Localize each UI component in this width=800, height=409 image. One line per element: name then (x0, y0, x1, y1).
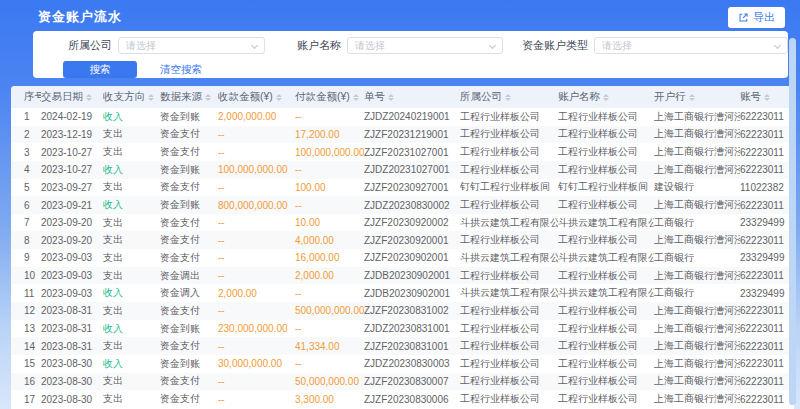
chevron-down-icon (774, 42, 781, 49)
cell-date: 2024-02-19 (41, 111, 103, 122)
cell-source: 资金支付 (160, 251, 218, 265)
column-header-bank[interactable]: 开户行 (654, 90, 740, 104)
vertical-scrollbar-thumb[interactable] (789, 38, 796, 405)
filter-label-company: 所属公司 (68, 38, 112, 53)
cell-date: 2023-08-30 (41, 358, 103, 369)
cell-source: 资金调出 (160, 269, 218, 283)
cell-bank: 上海工商银行漕河泾支行 (654, 322, 740, 336)
cell-source: 资金支付 (160, 304, 218, 318)
column-header-date[interactable]: 交易日期 (41, 90, 103, 104)
column-header-pay[interactable]: 付款金额(¥) (295, 90, 364, 104)
cell-pay: 10.00 (295, 217, 364, 228)
cell-number: 62223011 (740, 323, 794, 334)
cell-order: ZJZF20230920002 (364, 217, 460, 228)
cell-source: 资金调入 (160, 286, 218, 300)
cell-bank: 工商银行 (654, 286, 740, 300)
column-label: 数据来源 (160, 90, 202, 104)
column-header-order[interactable]: 单号 (364, 90, 460, 104)
select-placeholder: 请选择 (126, 39, 156, 53)
cell-account: 工程行业样板公司 (558, 110, 654, 124)
column-label: 账户名称 (558, 90, 600, 104)
cell-number: 23329499 (740, 288, 794, 299)
cell-direction: 收入 (103, 357, 160, 371)
column-header-company[interactable]: 所属公司 (460, 90, 558, 104)
cell-receive: -- (218, 305, 295, 316)
cell-pay: -- (295, 164, 364, 175)
cell-direction: 支出 (103, 339, 160, 353)
table-row: 162023-08-30支出资金支付--50,000,000.00ZJZF202… (11, 373, 794, 391)
column-header-account[interactable]: 账户名称 (558, 90, 654, 104)
cell-account: 斗拱云建筑工程有限公司 (558, 251, 654, 265)
cell-company: 工程行业样板公司 (460, 145, 558, 159)
cell-account: 工程行业样板公司 (558, 145, 654, 159)
cell-direction: 收入 (103, 198, 160, 212)
table-row: 42023-10-27收入资金到账100,000,000.00--ZJDZ202… (11, 161, 794, 179)
export-icon (738, 12, 749, 23)
account-type-select[interactable]: 请选择 (594, 37, 788, 54)
column-header-direction[interactable]: 收支方向 (103, 90, 160, 104)
filter-actions: 搜索 清空搜索 (63, 61, 788, 78)
cell-order: ZJZF20231219001 (364, 129, 460, 140)
cell-company: 斗拱云建筑工程有限公司 (460, 286, 558, 300)
cell-receive: -- (218, 376, 295, 387)
cell-order: ZJDB20230902001 (364, 288, 460, 299)
cell-receive: -- (218, 394, 295, 405)
cell-no: 11 (24, 288, 41, 299)
cell-pay: -- (295, 111, 364, 122)
cell-date: 2023-12-19 (41, 129, 103, 140)
table-row: 12024-02-19收入资金到账2,000,000.00--ZJDZ20240… (11, 108, 794, 126)
cell-order: ZJZF20230831002 (364, 305, 460, 316)
cell-order: ZJZF20230830007 (364, 376, 460, 387)
cell-account: 钉钉工程行业样板间 (558, 180, 654, 194)
cell-date: 2023-09-03 (41, 288, 103, 299)
cell-source: 资金支付 (160, 392, 218, 406)
table: 序号交易日期收支方向数据来源收款金额(¥)付款金额(¥)单号所属公司账户名称开户… (11, 86, 794, 409)
cell-pay: 100.00 (295, 182, 364, 193)
cell-bank: 上海工商银行漕河泾支行 (654, 163, 740, 177)
cell-no: 15 (24, 358, 41, 369)
clear-search-button[interactable]: 清空搜索 (160, 63, 202, 77)
table-row: 172023-08-30支出资金支付--3,300.00ZJZF20230830… (11, 390, 794, 408)
cell-number: 62223011 (740, 147, 794, 158)
cell-receive: -- (218, 235, 295, 246)
cell-order: ZJZF20230927001 (364, 182, 460, 193)
search-button[interactable]: 搜索 (63, 61, 137, 78)
cell-number: 62223011 (740, 341, 794, 352)
cell-order: ZJDZ20230830003 (364, 358, 460, 369)
cell-order: ZJZF20230920001 (364, 235, 460, 246)
cell-account: 工程行业样板公司 (558, 339, 654, 353)
cell-pay: 2,000.00 (295, 270, 364, 281)
cell-receive: 30,000,000.00 (218, 358, 295, 369)
cell-pay: -- (295, 323, 364, 334)
cell-company: 工程行业样板公司 (460, 127, 558, 141)
page-header: 资金账户流水 导出 (0, 0, 800, 30)
sort-icon (276, 94, 282, 101)
sort-icon (205, 94, 211, 101)
cell-pay: 4,000.00 (295, 235, 364, 246)
cell-direction: 支出 (103, 216, 160, 230)
cell-company: 工程行业样板公司 (460, 110, 558, 124)
cell-number: 62223011 (740, 164, 794, 175)
export-button[interactable]: 导出 (728, 7, 785, 28)
cell-direction: 支出 (103, 374, 160, 388)
cell-pay: 500,000,000.00 (295, 305, 364, 316)
column-header-source[interactable]: 数据来源 (160, 90, 218, 104)
cell-receive: 800,000,000.00 (218, 200, 295, 211)
cell-number: 62223011 (740, 394, 794, 405)
cell-pay: 3,300.00 (295, 394, 364, 405)
column-header-number[interactable]: 账号 (740, 90, 794, 104)
column-label: 收款金额(¥) (218, 90, 273, 104)
filter-label-account-type: 资金账户类型 (522, 38, 588, 53)
account-name-select[interactable]: 请选择 (347, 37, 503, 54)
company-select[interactable]: 请选择 (118, 37, 265, 54)
sort-icon (86, 94, 92, 101)
cell-no: 17 (24, 394, 41, 405)
table-row: 102023-09-03支出资金调出--2,000.00ZJDB20230902… (11, 267, 794, 285)
table-body: 12024-02-19收入资金到账2,000,000.00--ZJDZ20240… (11, 108, 794, 408)
cell-receive: -- (218, 252, 295, 263)
column-header-receive[interactable]: 收款金额(¥) (218, 90, 295, 104)
table-header-row: 序号交易日期收支方向数据来源收款金额(¥)付款金额(¥)单号所属公司账户名称开户… (11, 86, 794, 108)
column-label: 单号 (364, 90, 385, 104)
cell-receive: 100,000,000.00 (218, 164, 295, 175)
cell-company: 工程行业样板公司 (460, 198, 558, 212)
